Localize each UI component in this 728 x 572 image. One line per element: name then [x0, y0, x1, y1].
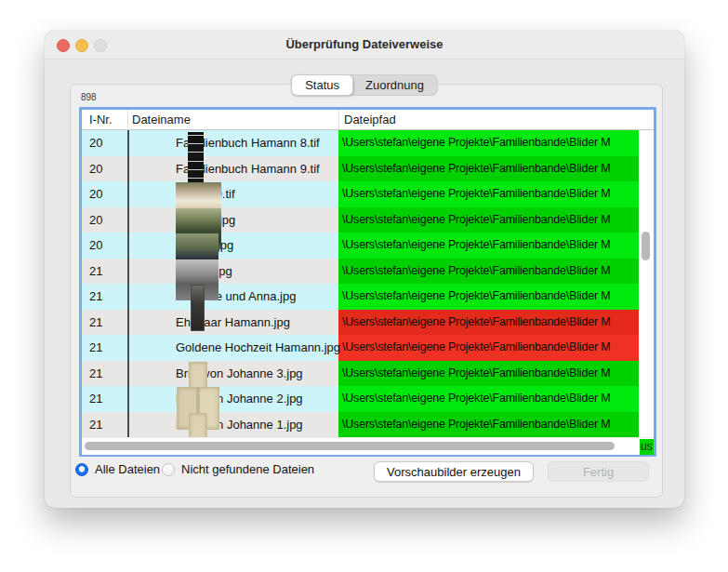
filename-text: Goldene Hochzeit Hamann.jpg — [176, 335, 340, 361]
cell-dateipfad: \Users\stefan\eigene Projekte\Familienba… — [338, 156, 639, 182]
table-row[interactable]: 20 Familienbuch Hamann 9.tif \Users\stef… — [82, 156, 654, 182]
cell-dateipfad: \Users\stefan\eigene Projekte\Familienba… — [338, 335, 639, 361]
cell-dateipfad: \Users\stefan\eigene Projekte\Familienba… — [338, 259, 639, 285]
cell-inr: 21 — [82, 259, 127, 285]
path-overflow-corner: us — [640, 439, 654, 455]
tab-status[interactable]: Status — [291, 74, 353, 96]
cell-dateiname: Familienbuch Hamann 9.tif — [127, 156, 338, 182]
radio-alle-dateien[interactable]: Alle Dateien — [75, 462, 160, 476]
cell-dateiname: Brief von Johanne 1.jpg — [127, 412, 338, 438]
table-row[interactable]: 21 Johanne und Anna.jpg \Users\stefan\ei… — [82, 284, 654, 310]
column-header-dateipfad[interactable]: Dateipfad — [338, 110, 639, 129]
tab-zuordnung[interactable]: Zuordnung — [352, 75, 437, 95]
table-row[interactable]: 21 Bild 15.jpg \Users\stefan\eigene Proj… — [82, 259, 654, 285]
cell-dateipfad: \Users\stefan\eigene Projekte\Familienba… — [338, 130, 639, 156]
table-row[interactable]: 21 Goldene Hochzeit Hamann.jpg \Users\st… — [82, 335, 654, 361]
cell-dateipfad: \Users\stefan\eigene Projekte\Familienba… — [338, 386, 639, 412]
letter-thumbnail — [189, 413, 207, 438]
cell-dateiname: Bild 15.jpg — [127, 259, 338, 285]
cell-inr: 21 — [82, 412, 127, 438]
cell-dateiname: Familienbuch Hamann 8.tif — [127, 130, 338, 156]
cell-dateipfad: \Users\stefan\eigene Projekte\Familienba… — [338, 284, 639, 310]
vorschaubilder-erzeugen-button[interactable]: Vorschaubilder erzeugen — [374, 461, 534, 482]
column-header-inr[interactable]: I-Nr. — [82, 110, 127, 129]
radio-selected-icon — [75, 463, 88, 476]
cell-inr: 20 — [82, 181, 127, 207]
table-header: I-Nr. Dateiname Dateipfad — [82, 110, 654, 130]
cell-dateiname: File0009.tif — [127, 181, 338, 207]
cell-inr: 20 — [82, 130, 127, 156]
cell-dateipfad: \Users\stefan\eigene Projekte\Familienba… — [338, 310, 639, 336]
cell-dateipfad: \Users\stefan\eigene Projekte\Familienba… — [338, 361, 639, 387]
table-row[interactable]: 20 Familienbuch Hamann 8.tif \Users\stef… — [82, 130, 654, 156]
row-count: 898 — [81, 92, 97, 102]
dialog-window: Überprüfung Dateiverweise Status Zuordnu… — [45, 31, 684, 508]
table-row[interactable]: 21 Ehepaar Hamann.jpg \Users\stefan\eige… — [82, 310, 654, 336]
table-row[interactable]: 20 File0009.tif \Users\stefan\eigene Pro… — [82, 181, 654, 207]
table-row[interactable]: 21 Brief von Johanne 2.jpg \Users\stefan… — [82, 386, 654, 412]
cell-inr: 20 — [82, 233, 127, 259]
cell-inr: 21 — [82, 310, 127, 336]
radio-unselected-icon — [162, 463, 175, 476]
fertig-button[interactable]: Fertig — [548, 461, 649, 482]
cell-dateipfad: \Users\stefan\eigene Projekte\Familienba… — [338, 207, 639, 233]
cell-inr: 21 — [82, 361, 127, 387]
cell-inr: 21 — [82, 335, 127, 361]
table-rows: 20 Familienbuch Hamann 8.tif \Users\stef… — [82, 130, 654, 437]
window-title: Überprüfung Dateiverweise — [45, 31, 684, 59]
photo-thumbnail-johanne — [191, 285, 205, 331]
cell-dateipfad: \Users\stefan\eigene Projekte\Familienba… — [338, 181, 639, 207]
table-row[interactable]: 20 Dia023.jpg \Users\stefan\eigene Proje… — [82, 233, 654, 259]
vertical-scrollbar[interactable] — [639, 130, 654, 437]
cell-dateiname: Johanne und Anna.jpg — [127, 284, 338, 310]
cell-dateiname: Goldene Hochzeit Hamann.jpg — [127, 335, 338, 361]
table-row[interactable]: 21 Brief von Johanne 3.jpg \Users\stefan… — [82, 361, 654, 387]
tab-bar: Status Zuordnung — [291, 74, 438, 96]
radio-nicht-gefundene[interactable]: Nicht gefundene Dateien — [162, 462, 314, 476]
radio-nicht-gefundene-label: Nicht gefundene Dateien — [181, 462, 314, 476]
cell-inr: 20 — [82, 207, 127, 233]
cell-dateiname: Bild003.jpg — [127, 207, 338, 233]
horizontal-scrollbar[interactable]: us — [82, 437, 654, 455]
cell-inr: 21 — [82, 284, 127, 310]
column-header-dateiname[interactable]: Dateiname — [127, 110, 338, 129]
cell-inr: 20 — [82, 156, 127, 182]
title-bar[interactable]: Überprüfung Dateiverweise — [45, 31, 684, 60]
table-row[interactable]: 21 Brief von Johanne 1.jpg \Users\stefan… — [82, 412, 654, 438]
cell-dateipfad: \Users\stefan\eigene Projekte\Familienba… — [338, 233, 639, 259]
cell-dateipfad: \Users\stefan\eigene Projekte\Familienba… — [338, 412, 639, 438]
horizontal-scrollbar-thumb[interactable] — [85, 442, 615, 450]
content-groupbox: 898 I-Nr. Dateiname Dateipfad 20 Familie… — [70, 84, 663, 498]
table-row[interactable]: 20 Bild003.jpg \Users\stefan\eigene Proj… — [82, 207, 654, 233]
cell-dateiname: Brief von Johanne 3.jpg — [127, 361, 338, 387]
file-table: I-Nr. Dateiname Dateipfad 20 Familienbuc… — [79, 107, 656, 457]
cell-dateiname: Dia023.jpg — [127, 233, 338, 259]
vertical-scrollbar-thumb[interactable] — [642, 232, 650, 260]
cell-dateiname: Brief von Johanne 2.jpg — [127, 386, 338, 412]
cell-dateiname: Ehepaar Hamann.jpg — [127, 310, 338, 336]
radio-alle-dateien-label: Alle Dateien — [95, 462, 160, 476]
cell-inr: 21 — [82, 386, 127, 412]
